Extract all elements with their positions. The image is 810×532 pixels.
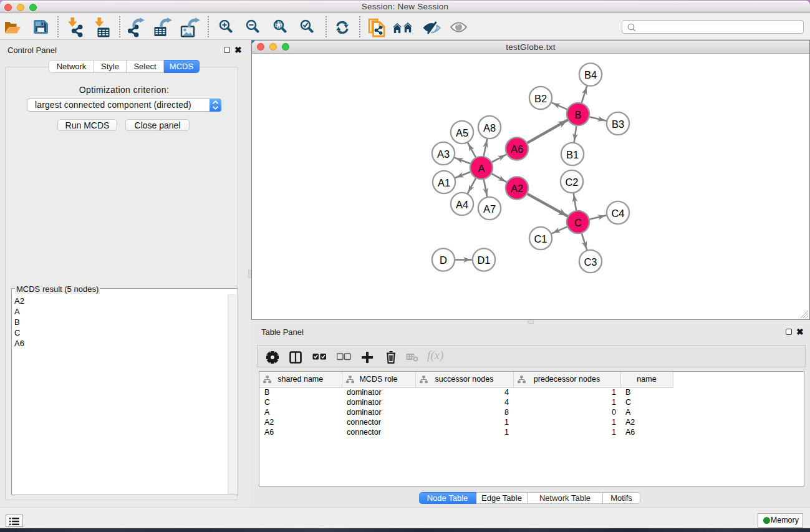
svg-text:B4: B4 [584,69,597,80]
svg-text:D: D [440,254,447,266]
svg-text:B1: B1 [566,149,579,160]
svg-text:A7: A7 [483,203,496,215]
svg-text:C1: C1 [534,233,547,244]
svg-text:B: B [574,109,581,120]
svg-text:B3: B3 [612,118,624,130]
svg-text:A2: A2 [511,183,523,194]
svg-text:C: C [574,217,582,228]
svg-text:A5: A5 [456,127,468,138]
svg-text:B2: B2 [534,93,547,104]
svg-text:A1: A1 [438,177,450,188]
svg-text:C2: C2 [565,177,578,188]
svg-text:A3: A3 [437,148,450,160]
svg-text:A4: A4 [456,199,468,210]
svg-text:A: A [478,163,485,174]
svg-text:C3: C3 [584,256,597,268]
svg-text:D1: D1 [477,254,490,266]
svg-text:A6: A6 [511,143,523,155]
svg-text:C4: C4 [611,208,624,219]
svg-text:A8: A8 [483,122,496,133]
